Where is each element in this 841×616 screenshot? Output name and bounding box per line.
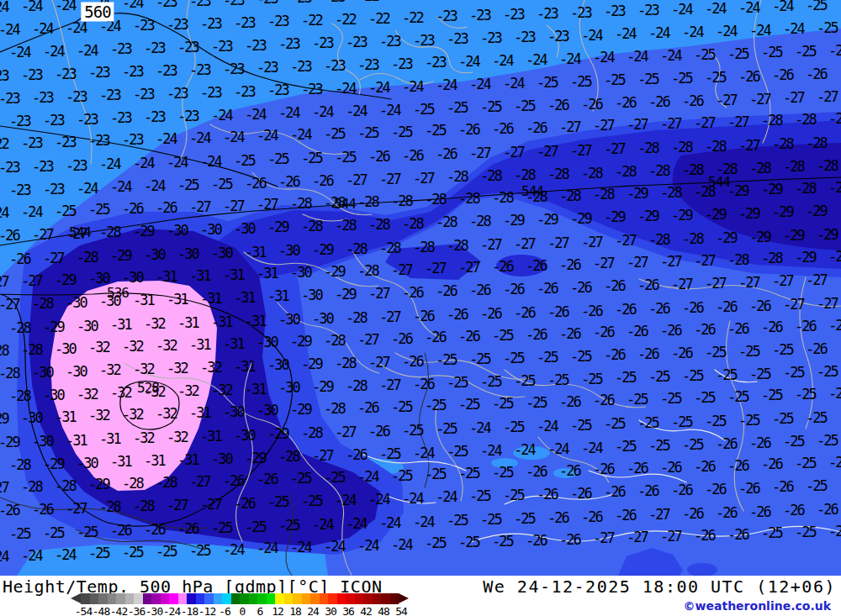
temperature-value: -26: [156, 201, 177, 215]
temperature-value: -26: [727, 459, 748, 473]
temperature-value: -27: [671, 277, 692, 292]
temperature-value: -23: [88, 134, 109, 148]
temperature-value: -26: [436, 284, 457, 298]
temperature-value: -29: [604, 210, 625, 224]
temperature-value: -24: [223, 130, 244, 145]
scale-color-cell: [249, 593, 258, 604]
temperature-value: -26: [761, 320, 782, 334]
temperature-value: -28: [9, 458, 30, 472]
temperature-value: -25: [177, 178, 198, 192]
valid-time: We 24-12-2025 18:00 UTC (12+06): [483, 577, 836, 597]
temperature-value: -24: [335, 493, 356, 508]
temperature-value: -24: [627, 50, 648, 64]
temperature-value: -25: [492, 534, 513, 549]
temperature-value: -23: [447, 32, 468, 46]
temperature-value: -29: [727, 184, 748, 198]
temperature-value: -24: [312, 518, 333, 532]
temperature-value: -27: [413, 171, 434, 186]
temperature-value: -28: [21, 343, 42, 357]
temperature-value: -28: [133, 499, 154, 513]
temperature-value: -28: [0, 344, 8, 358]
temperature-value: -32: [167, 430, 188, 445]
temperature-value: -28: [749, 161, 770, 176]
temperature-value: -26: [637, 484, 659, 498]
temperature-value: -32: [156, 407, 177, 421]
temperature-value: -27: [817, 90, 838, 104]
temperature-value: -23: [144, 110, 165, 124]
temperature-value: -25: [648, 439, 669, 453]
height-contour-label: 528: [137, 382, 159, 395]
temperature-value: -25: [806, 411, 827, 425]
temperature-value: -26: [604, 348, 625, 362]
temperature-value: -24: [436, 78, 457, 92]
temperature-value: -24: [324, 540, 345, 554]
temperature-value: -26: [682, 301, 703, 315]
temperature-value: -30: [211, 246, 232, 261]
scale-color-cell: [257, 593, 267, 604]
temperature-value: -27: [391, 263, 412, 277]
temperature-value: -28: [559, 189, 580, 203]
temperature-value: -25: [189, 544, 210, 558]
temperature-value: -26: [806, 67, 827, 82]
temperature-value: -26: [795, 319, 816, 334]
temperature-value: -28: [99, 500, 120, 514]
temperature-value: -24: [503, 76, 524, 91]
temperature-value: -26: [559, 533, 580, 547]
temperature-value: -23: [43, 182, 64, 197]
temperature-value: -23: [200, 86, 221, 100]
temperature-value: -27: [749, 92, 770, 107]
temperature-value: -23: [122, 133, 143, 147]
temperature-value: -23: [167, 18, 188, 32]
temperature-value: -31: [189, 338, 210, 352]
temperature-value: -25: [156, 545, 177, 559]
temperature-value: -30: [66, 296, 87, 310]
temperature-value: -29: [55, 273, 76, 287]
temperature-value: -23: [110, 111, 131, 125]
scale-color-cell: [310, 593, 320, 604]
temperature-value: -25: [425, 467, 446, 482]
scale-color-cell: [178, 593, 188, 604]
temperature-value: -30: [77, 319, 98, 334]
temperature-value: -23: [21, 68, 42, 82]
temperature-value: -24: [469, 421, 490, 435]
temperature-value: -26: [727, 322, 748, 336]
temperature-value: -25: [570, 419, 591, 433]
temperature-value: -28: [290, 197, 311, 211]
temperature-value: -26: [144, 523, 165, 537]
temperature-value: -32: [144, 317, 165, 331]
scale-color-cell: [390, 593, 399, 604]
temperature-value: -30: [290, 266, 311, 280]
temperature-value: -25: [783, 434, 804, 449]
map-footer: Height/Temp. 500 hPa [gdmp][°C] ICON We …: [0, 576, 841, 616]
temperature-value: -29: [43, 320, 64, 334]
temperature-value: -26: [615, 508, 636, 523]
temperature-value: -25: [637, 72, 659, 87]
temperature-value: -29: [290, 403, 311, 417]
temperature-value: -28: [324, 402, 345, 416]
temperature-value: -24: [413, 446, 434, 461]
temperature-value: -31: [245, 314, 266, 329]
temperature-value: -28: [335, 356, 356, 371]
temperature-value: -28: [379, 241, 400, 255]
temperature-value: -25: [9, 527, 30, 541]
temperature-value: -28: [828, 112, 841, 126]
temperature-value: -26: [593, 462, 614, 476]
temperature-value: -24: [480, 444, 501, 458]
temperature-value: -27: [346, 173, 367, 187]
temperature-value: -31: [167, 292, 188, 307]
temperature-value: -25: [761, 45, 782, 60]
temperature-value: -26: [469, 283, 490, 297]
temperature-value: -27: [425, 261, 446, 276]
temperature-value: -24: [581, 441, 602, 455]
temperature-value: -26: [570, 487, 591, 501]
temperature-value: -26: [581, 510, 602, 524]
temperature-value: -26: [425, 330, 446, 345]
temperature-value: -24: [21, 549, 42, 563]
temperature-value: -26: [559, 464, 580, 478]
temperature-value: -30: [257, 335, 278, 350]
temperature-value: -25: [88, 203, 109, 217]
temperature-value: -23: [21, 136, 42, 150]
temperature-value: -25: [581, 372, 602, 387]
height-contour-label: 544: [708, 176, 730, 189]
temperature-value: -26: [559, 258, 580, 272]
